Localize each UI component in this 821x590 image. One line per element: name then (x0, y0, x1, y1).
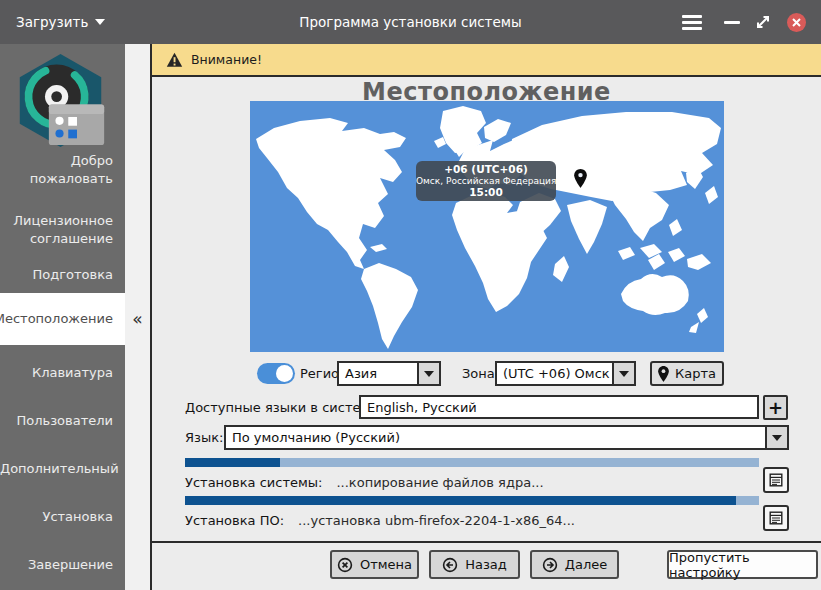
warning-banner: Внимание! (152, 44, 821, 77)
warning-text: Внимание! (191, 52, 262, 67)
software-status-row: Установка ПО: ...установка ubm-firefox-2… (185, 509, 745, 531)
dropdown-arrow-button[interactable] (765, 427, 787, 448)
tooltip-time: 15:00 (416, 187, 556, 199)
default-language-row: Язык: По умолчанию (Русский) (152, 425, 821, 451)
load-button-label: Загрузить (16, 14, 88, 30)
log-icon (769, 473, 783, 487)
region-dropdown[interactable]: Азия (337, 361, 441, 386)
world-map-image (250, 101, 724, 352)
software-status-text: ...установка ubm-firefox-2204-1-x86_64..… (298, 513, 575, 528)
language-value: По умолчанию (Русский) (226, 430, 765, 445)
language-dropdown[interactable]: По умолчанию (Русский) (224, 425, 789, 450)
sidebar-item-users[interactable]: Пользователи (0, 412, 125, 432)
sidebar-item-additional[interactable]: Дополнительный (0, 460, 125, 480)
system-progressbar (185, 458, 759, 467)
software-status-label: Установка ПО: (185, 513, 284, 528)
installer-logo-icon (12, 52, 109, 149)
available-languages-input[interactable] (359, 395, 759, 419)
region-zone-row: Регион: Азия Зона: (UTC +06) Омск Карта (152, 361, 821, 387)
cancel-button[interactable]: Отмена (330, 550, 419, 579)
map-button-label: Карта (675, 366, 716, 381)
system-log-button[interactable] (763, 467, 789, 493)
chevron-down-icon (424, 371, 434, 377)
system-status-label: Установка системы: (185, 475, 322, 490)
chevron-down-icon (95, 19, 105, 25)
sidebar-item-preparation[interactable]: Подготовка (0, 266, 125, 286)
world-map[interactable]: +06 (UTC+06) Омск, Российская Федерация … (250, 101, 724, 352)
warning-icon (166, 52, 183, 68)
map-button[interactable]: Карта (650, 361, 724, 386)
main-area: Внимание! Местоположение (150, 44, 821, 590)
chevron-down-icon (772, 435, 782, 441)
next-button-label: Далее (565, 557, 607, 572)
sidebar-item-install[interactable]: Установка (0, 508, 125, 528)
sidebar-item-finish[interactable]: Завершение (0, 556, 125, 576)
load-button[interactable]: Загрузить (16, 0, 105, 44)
sidebar-gutter: « (125, 44, 150, 590)
dropdown-arrow-button[interactable] (417, 363, 439, 384)
skip-settings-button-label: Пропустить настройку (669, 550, 816, 580)
sidebar-collapse-button[interactable]: « (125, 302, 150, 336)
pin-icon (658, 366, 669, 382)
add-language-button[interactable]: + (763, 395, 788, 420)
cancel-button-label: Отмена (360, 557, 412, 572)
available-languages-label: Доступные языки в системе: (185, 400, 383, 415)
map-mode-toggle[interactable] (257, 363, 295, 384)
location-pin-icon (574, 169, 587, 188)
minimize-button[interactable] (722, 0, 742, 44)
region-value: Азия (339, 366, 417, 381)
available-languages-row: Доступные языки в системе: + (152, 395, 821, 421)
expand-button[interactable] (752, 0, 774, 44)
zone-dropdown[interactable]: (UTC +06) Омск (495, 361, 636, 386)
next-button[interactable]: Далее (530, 550, 619, 579)
sidebar-item-welcome[interactable]: Добро пожаловать (0, 152, 125, 196)
system-progress-fill (185, 458, 280, 467)
system-status-text: ...копирование файлов ядра... (336, 475, 543, 490)
expand-icon (754, 13, 772, 31)
software-progress-fill (185, 496, 736, 505)
dropdown-arrow-button[interactable] (612, 363, 634, 384)
zone-label: Зона: (462, 366, 499, 381)
sidebar-item-keyboard[interactable]: Клавиатура (0, 364, 125, 384)
chevron-down-icon (619, 371, 629, 377)
language-label: Язык: (185, 430, 223, 445)
sidebar-item-location-selected[interactable]: Местоположение (0, 293, 125, 345)
software-log-button[interactable] (763, 505, 789, 531)
software-progressbar (185, 496, 759, 505)
sidebar: Добро пожаловать Лицензионное соглашение… (0, 44, 125, 590)
cancel-icon (337, 557, 353, 573)
skip-settings-button[interactable]: Пропустить настройку (667, 550, 818, 579)
timezone-tooltip: +06 (UTC+06) Омск, Российская Федерация … (416, 161, 556, 201)
installer-window: Загрузить Программа установки системы (0, 0, 821, 590)
footer-bar: Отмена Назад Далее Пропустить настройку (152, 543, 821, 590)
close-icon (787, 13, 806, 32)
back-button-label: Назад (465, 557, 507, 572)
close-button[interactable] (784, 0, 808, 44)
system-status-row: Установка системы: ...копирование файлов… (185, 471, 745, 493)
zone-value: (UTC +06) Омск (497, 366, 612, 381)
toggle-knob (276, 365, 293, 382)
log-icon (769, 511, 783, 525)
tooltip-utc-offset: +06 (UTC+06) (416, 164, 556, 176)
arrow-right-icon (542, 557, 558, 573)
title-bar: Загрузить Программа установки системы (0, 0, 821, 44)
back-button[interactable]: Назад (429, 550, 520, 579)
hamburger-menu-button[interactable] (680, 0, 704, 44)
content-panel: Местоположение (152, 77, 821, 543)
arrow-left-icon (442, 557, 458, 573)
sidebar-item-license[interactable]: Лицензионное соглашение (0, 212, 125, 256)
